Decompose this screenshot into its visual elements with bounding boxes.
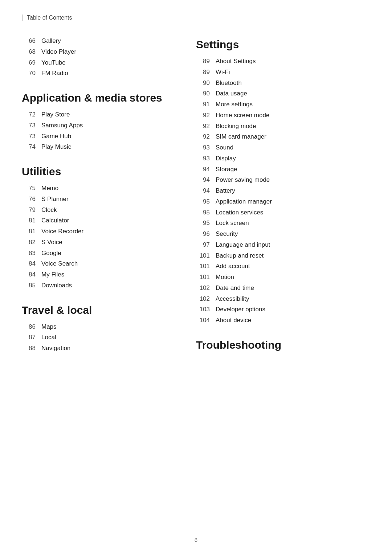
list-item: 101Add account (196, 261, 370, 272)
list-item: 70FM Radio (22, 68, 174, 79)
entry-text: Calculator (41, 215, 69, 226)
page-number: 93 (196, 142, 210, 153)
page-number: 102 (196, 294, 210, 304)
page-number: 69 (22, 57, 36, 68)
page-number: 90 (196, 88, 210, 99)
list-item: 92SIM card manager (196, 131, 370, 142)
entry-text: Backup and reset (216, 250, 264, 261)
page-number: 85 (22, 280, 36, 291)
page-number: 101 (196, 250, 210, 261)
list-item: 97Language and input (196, 239, 370, 250)
entry-text: Location services (216, 207, 263, 218)
entry-text: Home screen mode (216, 110, 269, 121)
section-title: Settings (196, 38, 370, 51)
list-item: 95Location services (196, 207, 370, 218)
page-number: 75 (22, 183, 36, 194)
entry-text: Accessibility (216, 294, 249, 304)
page-number: 74 (22, 141, 36, 152)
toc-list: 75Memo76S Planner79Clock81Calculator81Vo… (22, 183, 174, 291)
page-number: 92 (196, 121, 210, 132)
entry-text: Blocking mode (216, 121, 256, 132)
list-item: 69YouTube (22, 57, 174, 68)
page-number: 68 (22, 46, 36, 57)
page-number: 92 (196, 110, 210, 121)
list-item: 101Backup and reset (196, 250, 370, 261)
entry-text: YouTube (41, 57, 66, 68)
list-item: 76S Planner (22, 194, 174, 205)
page-number: 88 (22, 343, 36, 354)
section-title: Travel & local (22, 304, 174, 316)
entry-text: About device (216, 315, 251, 326)
page-number: 95 (196, 196, 210, 207)
entry-text: Wi-Fi (216, 67, 230, 78)
list-item: 92Home screen mode (196, 110, 370, 121)
page-number: 103 (196, 304, 210, 315)
entry-text: Security (216, 229, 238, 239)
header-label: Table of Contents (22, 15, 370, 21)
entry-text: Navigation (41, 343, 70, 354)
list-item: 96Security (196, 229, 370, 239)
entry-text: Play Store (41, 109, 70, 120)
entry-text: S Planner (41, 194, 69, 205)
list-item: 95Application manager (196, 196, 370, 207)
right-sections: Settings89About Settings89Wi-Fi90Bluetoo… (196, 38, 370, 351)
page-number: 83 (22, 248, 36, 259)
list-item: 72Play Store (22, 109, 174, 120)
two-column-layout: 66Gallery68Video Player69YouTube70FM Rad… (22, 36, 370, 367)
entry-text: Clock (41, 205, 57, 216)
list-item: 104About device (196, 315, 370, 326)
page-number: 87 (22, 332, 36, 343)
page-number: 66 (22, 36, 36, 46)
entry-text: Language and input (216, 239, 270, 250)
page-number: 70 (22, 68, 36, 79)
page: Table of Contents 66Gallery68Video Playe… (0, 0, 392, 554)
entry-text: Application manager (216, 196, 272, 207)
list-item: 81Calculator (22, 215, 174, 226)
list-item: 90Bluetooth (196, 78, 370, 89)
list-item: 90Data usage (196, 88, 370, 99)
entry-text: Power saving mode (216, 175, 270, 185)
toc-list: 72Play Store73Samsung Apps73Game Hub74Pl… (22, 109, 174, 152)
page-footer: 6 (0, 537, 392, 543)
entry-text: Data usage (216, 88, 247, 99)
list-item: 66Gallery (22, 36, 174, 46)
entry-text: FM Radio (41, 68, 68, 79)
entry-text: Storage (216, 164, 237, 175)
page-number: 73 (22, 131, 36, 142)
section-title: Application & media stores (22, 92, 174, 104)
list-item: 74Play Music (22, 141, 174, 152)
entry-text: Samsung Apps (41, 120, 83, 131)
page-number: 91 (196, 99, 210, 110)
list-item: 95Lock screen (196, 218, 370, 229)
entry-text: My Files (41, 269, 64, 280)
section-title: Utilities (22, 165, 174, 178)
entry-text: Developer options (216, 304, 265, 315)
toc-list: 89About Settings89Wi-Fi90Bluetooth90Data… (196, 56, 370, 326)
page-number: 81 (22, 226, 36, 237)
list-item: 73Samsung Apps (22, 120, 174, 131)
entry-text: Bluetooth (216, 78, 242, 89)
page-number: 89 (196, 56, 210, 67)
list-item: 81Voice Recorder (22, 226, 174, 237)
page-number: 102 (196, 283, 210, 294)
entry-text: Google (41, 248, 61, 259)
page-number: 84 (22, 269, 36, 280)
page-number: 89 (196, 67, 210, 78)
top-items-list: 66Gallery68Video Player69YouTube70FM Rad… (22, 36, 174, 79)
entry-text: Video Player (41, 46, 76, 57)
list-item: 103Developer options (196, 304, 370, 315)
list-item: 84My Files (22, 269, 174, 280)
page-number: 104 (196, 315, 210, 326)
entry-text: Display (216, 153, 236, 164)
entry-text: Voice Recorder (41, 226, 83, 237)
entry-text: S Voice (41, 237, 62, 248)
entry-text: Add account (216, 261, 250, 272)
page-number: 72 (22, 109, 36, 120)
page-number: 94 (196, 164, 210, 175)
entry-text: Maps (41, 321, 57, 332)
page-number: 76 (22, 194, 36, 205)
list-item: 87Local (22, 332, 174, 343)
entry-text: Local (41, 332, 56, 343)
list-item: 83Google (22, 248, 174, 259)
list-item: 102Date and time (196, 283, 370, 294)
